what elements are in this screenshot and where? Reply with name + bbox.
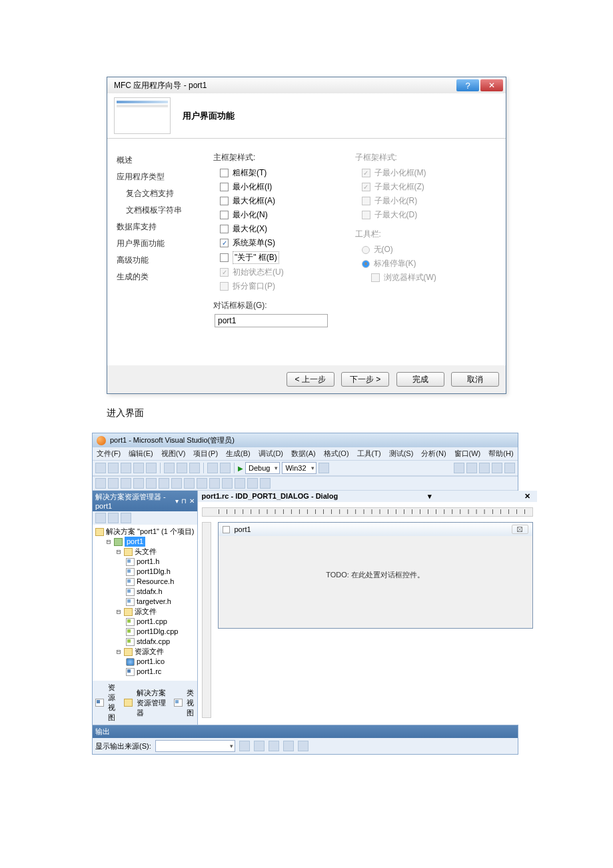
- nav-compound[interactable]: 复合文档支持: [117, 185, 213, 202]
- tab-close-icon[interactable]: ✕: [522, 492, 533, 501]
- open-icon[interactable]: [121, 463, 131, 473]
- config-dropdown[interactable]: Debug: [245, 462, 280, 474]
- menu-tools[interactable]: 工具(T): [357, 449, 381, 459]
- nav-generated[interactable]: 生成的类: [117, 269, 213, 285]
- file-node[interactable]: port1Dlg.h: [95, 567, 195, 577]
- properties-icon[interactable]: [95, 513, 106, 523]
- tb-right-icon[interactable]: [466, 463, 477, 473]
- file-node[interactable]: port1.h: [95, 557, 195, 567]
- nav-database[interactable]: 数据库支持: [117, 219, 213, 235]
- file-node[interactable]: port1.ico: [95, 657, 195, 667]
- save-icon[interactable]: [133, 463, 144, 473]
- nav-ui-features[interactable]: 用户界面功能: [117, 235, 213, 252]
- align-icon[interactable]: [171, 478, 182, 489]
- menu-build[interactable]: 生成(B): [226, 449, 251, 459]
- project-node[interactable]: ⊟port1: [95, 537, 195, 547]
- file-node[interactable]: Resource.h: [95, 577, 195, 587]
- show-all-icon[interactable]: [108, 513, 119, 523]
- align-icon[interactable]: [209, 478, 220, 489]
- align-icon[interactable]: [159, 478, 169, 489]
- platform-dropdown[interactable]: Win32: [282, 462, 316, 474]
- tb-right-icon[interactable]: [504, 463, 515, 473]
- help-button[interactable]: ?: [456, 79, 479, 91]
- cut-icon[interactable]: [164, 463, 175, 473]
- menu-help[interactable]: 帮助(H): [488, 449, 513, 459]
- chk-thick-frame[interactable]: 粗框架(T): [213, 166, 355, 180]
- test-dialog-icon[interactable]: [260, 478, 271, 489]
- nav-app-type[interactable]: 应用程序类型: [117, 169, 213, 185]
- finish-button[interactable]: 完成: [396, 372, 444, 387]
- menu-view[interactable]: 视图(V): [161, 449, 186, 459]
- close-panel-icon[interactable]: ✕: [189, 497, 195, 505]
- dialog-title-input[interactable]: [215, 314, 328, 327]
- file-node[interactable]: port1.rc: [95, 667, 195, 677]
- nav-overview[interactable]: 概述: [117, 152, 213, 169]
- align-icon[interactable]: [235, 478, 245, 489]
- designer-tab-title[interactable]: port1.rc - IDD_PORT1_DIALOG - Dialog: [202, 492, 338, 501]
- chk-sys-menu[interactable]: 系统菜单(S): [213, 236, 355, 250]
- file-node[interactable]: stdafx.cpp: [95, 637, 195, 647]
- tab-resource-view[interactable]: 资源视图: [95, 683, 120, 723]
- menu-file[interactable]: 文件(F): [97, 449, 121, 459]
- align-icon[interactable]: [197, 478, 207, 489]
- tb-right-icon[interactable]: [479, 463, 490, 473]
- align-icon[interactable]: [222, 478, 233, 489]
- tab-dropdown-icon[interactable]: ▾: [425, 492, 434, 501]
- file-node[interactable]: port1Dlg.cpp: [95, 627, 195, 637]
- chk-minimize[interactable]: 最小化(N): [213, 208, 355, 222]
- align-icon[interactable]: [146, 478, 157, 489]
- folder-headers[interactable]: ⊟头文件: [95, 547, 195, 557]
- tab-solution-explorer[interactable]: 解决方案资源管理器: [124, 683, 170, 723]
- file-node[interactable]: stdafx.h: [95, 587, 195, 597]
- tb-right-icon[interactable]: [454, 463, 464, 473]
- folder-resources[interactable]: ⊟资源文件: [95, 647, 195, 657]
- output-source-dropdown[interactable]: [155, 740, 235, 752]
- menu-project[interactable]: 项目(P): [193, 449, 218, 459]
- align-icon[interactable]: [184, 478, 195, 489]
- file-node[interactable]: targetver.h: [95, 597, 195, 607]
- cancel-button[interactable]: 取消: [451, 372, 499, 387]
- find-icon[interactable]: [318, 463, 329, 473]
- align-icon[interactable]: [121, 478, 131, 489]
- chk-min-box[interactable]: 最小化框(I): [213, 180, 355, 194]
- solution-node[interactable]: 解决方案 "port1" (1 个项目): [95, 527, 195, 537]
- tab-class-view[interactable]: 类视图: [174, 683, 194, 723]
- prev-button[interactable]: < 上一步: [287, 372, 334, 387]
- dialog-preview[interactable]: port1 ⛝ TODO: 在此处置对话框控件。: [218, 522, 533, 629]
- nav-doc-template[interactable]: 文档模板字符串: [117, 202, 213, 219]
- undo-icon[interactable]: [207, 463, 218, 473]
- output-tb-icon[interactable]: [269, 741, 279, 751]
- design-canvas[interactable]: ||||||||||||||||||||||||||||||||||||||| …: [198, 502, 537, 725]
- menu-edit[interactable]: 编辑(E): [129, 449, 153, 459]
- start-debug-icon[interactable]: ▶: [238, 465, 243, 472]
- next-button[interactable]: 下一步 >: [341, 372, 389, 387]
- new-project-icon[interactable]: [95, 463, 106, 473]
- menu-test[interactable]: 测试(S): [389, 449, 414, 459]
- dropdown-icon[interactable]: ▾: [175, 497, 179, 505]
- output-tb-icon[interactable]: [283, 741, 294, 751]
- align-icon[interactable]: [95, 478, 106, 489]
- align-icon[interactable]: [108, 478, 119, 489]
- refresh-icon[interactable]: [121, 513, 131, 523]
- pin-icon[interactable]: ⊓: [181, 497, 187, 505]
- tb-right-icon[interactable]: [492, 463, 502, 473]
- output-tb-icon[interactable]: [298, 741, 308, 751]
- redo-icon[interactable]: [220, 463, 231, 473]
- menu-analyze[interactable]: 分析(N): [421, 449, 446, 459]
- close-button[interactable]: ✕: [480, 79, 503, 91]
- chk-maximize[interactable]: 最大化(X): [213, 222, 355, 236]
- copy-icon[interactable]: [177, 463, 187, 473]
- align-icon[interactable]: [133, 478, 144, 489]
- save-all-icon[interactable]: [146, 463, 157, 473]
- nav-advanced[interactable]: 高级功能: [117, 252, 213, 269]
- menu-window[interactable]: 窗口(W): [454, 449, 481, 459]
- paste-icon[interactable]: [189, 463, 200, 473]
- menu-format[interactable]: 格式(O): [324, 449, 349, 459]
- grid-icon[interactable]: [247, 478, 258, 489]
- folder-sources[interactable]: ⊟源文件: [95, 607, 195, 617]
- menu-data[interactable]: 数据(A): [291, 449, 316, 459]
- output-tb-icon[interactable]: [239, 741, 250, 751]
- file-node[interactable]: port1.cpp: [95, 617, 195, 627]
- chk-about-box[interactable]: "关于" 框(B): [213, 250, 355, 265]
- output-tb-icon[interactable]: [254, 741, 265, 751]
